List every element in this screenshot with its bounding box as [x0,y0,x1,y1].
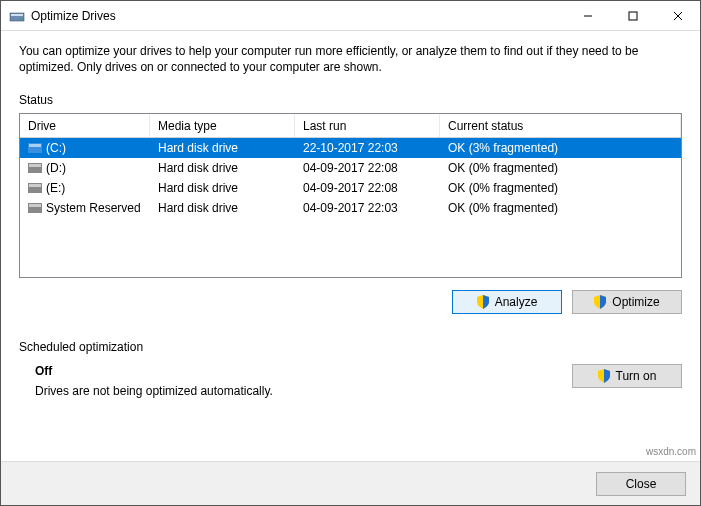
drive-name: (D:) [46,161,66,175]
drive-cell: (C:) [20,141,150,155]
status-cell: OK (0% fragmented) [440,181,681,195]
schedule-desc: Drives are not being optimized automatic… [35,384,572,398]
analyze-button[interactable]: Analyze [452,290,562,314]
drive-icon [28,163,42,173]
shield-icon [594,295,606,309]
shield-icon [477,295,489,309]
watermark: wsxdn.com [646,446,696,457]
table-row[interactable]: (E:)Hard disk drive04-09-2017 22:08OK (0… [20,178,681,198]
description-text: You can optimize your drives to help you… [19,43,682,75]
footer: Close [1,461,700,505]
lastrun-cell: 04-09-2017 22:08 [295,181,440,195]
col-last[interactable]: Last run [295,114,440,137]
close-label: Close [626,477,657,491]
action-buttons: Analyze Optimize [19,290,682,314]
status-label: Status [19,93,682,107]
schedule-text: Off Drives are not being optimized autom… [19,364,572,398]
drive-icon [28,143,42,153]
drive-icon [28,203,42,213]
media-cell: Hard disk drive [150,161,295,175]
media-cell: Hard disk drive [150,141,295,155]
window-title: Optimize Drives [31,9,565,23]
shield-icon [598,369,610,383]
status-cell: OK (0% fragmented) [440,201,681,215]
close-dialog-button[interactable]: Close [596,472,686,496]
minimize-button[interactable] [565,1,610,30]
drive-icon [28,183,42,193]
titlebar: Optimize Drives [1,1,700,31]
lastrun-cell: 04-09-2017 22:03 [295,201,440,215]
status-cell: OK (0% fragmented) [440,161,681,175]
window-controls [565,1,700,30]
schedule-row: Off Drives are not being optimized autom… [19,364,682,398]
col-drive[interactable]: Drive [20,114,150,137]
maximize-button[interactable] [610,1,655,30]
media-cell: Hard disk drive [150,201,295,215]
drive-cell: (E:) [20,181,150,195]
drive-name: (E:) [46,181,65,195]
status-cell: OK (3% fragmented) [440,141,681,155]
svg-point-2 [20,18,22,20]
close-button[interactable] [655,1,700,30]
analyze-label: Analyze [495,295,538,309]
lastrun-cell: 22-10-2017 22:03 [295,141,440,155]
media-cell: Hard disk drive [150,181,295,195]
list-header: Drive Media type Last run Current status [20,114,681,138]
table-row[interactable]: System ReservedHard disk drive04-09-2017… [20,198,681,218]
drive-cell: System Reserved [20,201,150,215]
drive-cell: (D:) [20,161,150,175]
turn-on-label: Turn on [616,369,657,383]
drive-name: (C:) [46,141,66,155]
optimize-label: Optimize [612,295,659,309]
drive-list[interactable]: Drive Media type Last run Current status… [19,113,682,278]
schedule-label: Scheduled optimization [19,340,682,354]
schedule-state: Off [35,364,572,378]
optimize-button[interactable]: Optimize [572,290,682,314]
table-row[interactable]: (C:)Hard disk drive22-10-2017 22:03OK (3… [20,138,681,158]
col-media[interactable]: Media type [150,114,295,137]
content-area: You can optimize your drives to help you… [1,31,700,461]
drive-name: System Reserved [46,201,141,215]
app-icon [9,8,25,24]
svg-rect-4 [629,12,637,20]
optimize-drives-window: Optimize Drives You can optimize your dr… [0,0,701,506]
lastrun-cell: 04-09-2017 22:08 [295,161,440,175]
table-row[interactable]: (D:)Hard disk drive04-09-2017 22:08OK (0… [20,158,681,178]
svg-rect-1 [11,14,23,16]
turn-on-button[interactable]: Turn on [572,364,682,388]
col-status[interactable]: Current status [440,114,681,137]
